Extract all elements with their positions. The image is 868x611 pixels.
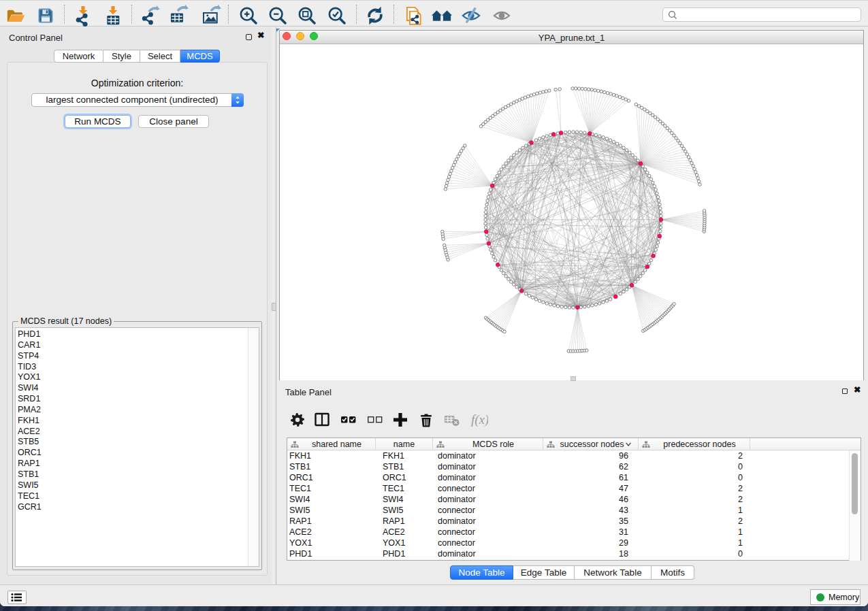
svg-text:f(x): f(x) <box>471 412 488 427</box>
